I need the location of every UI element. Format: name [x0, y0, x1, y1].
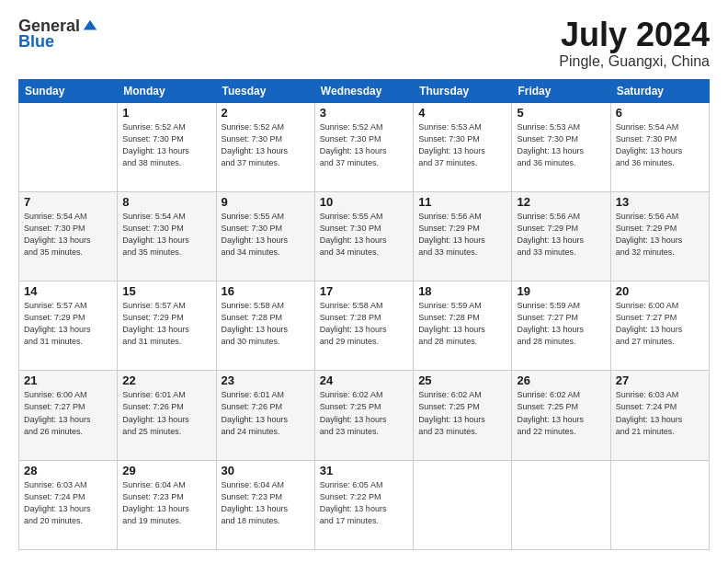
day-number: 3 — [320, 106, 408, 120]
day-info: Sunrise: 6:01 AM Sunset: 7:26 PM Dayligh… — [122, 389, 210, 437]
table-row: 12Sunrise: 5:56 AM Sunset: 7:29 PM Dayli… — [512, 191, 610, 281]
day-number: 11 — [418, 195, 506, 209]
day-info: Sunrise: 5:56 AM Sunset: 7:29 PM Dayligh… — [616, 211, 704, 259]
day-number: 12 — [517, 195, 605, 209]
day-info: Sunrise: 5:52 AM Sunset: 7:30 PM Dayligh… — [122, 121, 210, 169]
day-info: Sunrise: 6:04 AM Sunset: 7:23 PM Dayligh… — [222, 479, 310, 527]
day-number: 14 — [24, 284, 112, 298]
table-row: 30Sunrise: 6:04 AM Sunset: 7:23 PM Dayli… — [216, 460, 314, 549]
table-row: 4Sunrise: 5:53 AM Sunset: 7:30 PM Daylig… — [414, 102, 512, 191]
table-row: 19Sunrise: 5:59 AM Sunset: 7:27 PM Dayli… — [512, 282, 610, 371]
calendar-week-row: 7Sunrise: 5:54 AM Sunset: 7:30 PM Daylig… — [19, 191, 710, 281]
table-row: 7Sunrise: 5:54 AM Sunset: 7:30 PM Daylig… — [19, 191, 118, 281]
day-number: 9 — [222, 195, 310, 209]
header-sunday: Sunday — [19, 79, 118, 102]
day-number: 2 — [222, 106, 310, 120]
table-row: 15Sunrise: 5:57 AM Sunset: 7:29 PM Dayli… — [118, 282, 216, 371]
table-row: 1Sunrise: 5:52 AM Sunset: 7:30 PM Daylig… — [118, 102, 216, 191]
day-info: Sunrise: 6:01 AM Sunset: 7:26 PM Dayligh… — [222, 389, 310, 437]
table-row: 6Sunrise: 5:54 AM Sunset: 7:30 PM Daylig… — [610, 102, 709, 191]
day-info: Sunrise: 6:04 AM Sunset: 7:23 PM Dayligh… — [122, 479, 210, 527]
day-info: Sunrise: 5:55 AM Sunset: 7:30 PM Dayligh… — [222, 211, 310, 259]
table-row — [610, 460, 709, 549]
day-number: 13 — [616, 195, 704, 209]
logo-icon — [82, 18, 98, 35]
day-number: 30 — [222, 464, 310, 477]
header-wednesday: Wednesday — [314, 79, 413, 102]
weekday-header-row: Sunday Monday Tuesday Wednesday Thursday… — [19, 79, 710, 102]
header-thursday: Thursday — [414, 79, 512, 102]
header-monday: Monday — [118, 79, 216, 102]
day-info: Sunrise: 6:03 AM Sunset: 7:24 PM Dayligh… — [616, 389, 704, 437]
day-number: 26 — [517, 373, 605, 387]
day-info: Sunrise: 6:02 AM Sunset: 7:25 PM Dayligh… — [418, 389, 506, 437]
day-number: 6 — [616, 106, 704, 120]
subtitle: Pingle, Guangxi, China — [559, 53, 710, 70]
day-number: 20 — [616, 284, 704, 298]
day-number: 7 — [24, 195, 112, 209]
day-info: Sunrise: 5:56 AM Sunset: 7:29 PM Dayligh… — [418, 211, 506, 259]
table-row — [512, 460, 610, 549]
day-info: Sunrise: 5:54 AM Sunset: 7:30 PM Dayligh… — [616, 121, 704, 169]
table-row: 18Sunrise: 5:59 AM Sunset: 7:28 PM Dayli… — [414, 282, 512, 371]
header-friday: Friday — [512, 79, 610, 102]
day-info: Sunrise: 5:54 AM Sunset: 7:30 PM Dayligh… — [122, 211, 210, 259]
day-info: Sunrise: 5:53 AM Sunset: 7:30 PM Dayligh… — [517, 121, 605, 169]
day-number: 22 — [122, 373, 210, 387]
day-info: Sunrise: 6:03 AM Sunset: 7:24 PM Dayligh… — [24, 479, 112, 527]
main-title: July 2024 — [559, 17, 710, 53]
table-row: 17Sunrise: 5:58 AM Sunset: 7:28 PM Dayli… — [314, 282, 413, 371]
day-info: Sunrise: 5:55 AM Sunset: 7:30 PM Dayligh… — [320, 211, 408, 259]
table-row: 3Sunrise: 5:52 AM Sunset: 7:30 PM Daylig… — [314, 102, 413, 191]
day-info: Sunrise: 5:52 AM Sunset: 7:30 PM Dayligh… — [222, 121, 310, 169]
day-info: Sunrise: 5:53 AM Sunset: 7:30 PM Dayligh… — [418, 121, 506, 169]
day-number: 1 — [122, 106, 210, 120]
table-row: 5Sunrise: 5:53 AM Sunset: 7:30 PM Daylig… — [512, 102, 610, 191]
calendar-week-row: 28Sunrise: 6:03 AM Sunset: 7:24 PM Dayli… — [19, 460, 710, 549]
day-info: Sunrise: 5:56 AM Sunset: 7:29 PM Dayligh… — [517, 211, 605, 259]
day-number: 17 — [320, 284, 408, 298]
calendar-table: Sunday Monday Tuesday Wednesday Thursday… — [18, 79, 710, 550]
table-row: 25Sunrise: 6:02 AM Sunset: 7:25 PM Dayli… — [414, 371, 512, 460]
table-row: 28Sunrise: 6:03 AM Sunset: 7:24 PM Dayli… — [19, 460, 118, 549]
day-number: 21 — [24, 373, 112, 387]
table-row: 2Sunrise: 5:52 AM Sunset: 7:30 PM Daylig… — [216, 102, 314, 191]
day-info: Sunrise: 6:00 AM Sunset: 7:27 PM Dayligh… — [24, 389, 112, 437]
title-block: July 2024 Pingle, Guangxi, China — [559, 17, 710, 70]
day-info: Sunrise: 6:05 AM Sunset: 7:22 PM Dayligh… — [320, 479, 408, 527]
day-number: 25 — [418, 373, 506, 387]
day-info: Sunrise: 6:02 AM Sunset: 7:25 PM Dayligh… — [320, 389, 408, 437]
day-number: 8 — [122, 195, 210, 209]
day-number: 28 — [24, 464, 112, 477]
table-row — [19, 102, 118, 191]
svg-marker-0 — [84, 19, 97, 29]
table-row: 23Sunrise: 6:01 AM Sunset: 7:26 PM Dayli… — [216, 371, 314, 460]
table-row: 21Sunrise: 6:00 AM Sunset: 7:27 PM Dayli… — [19, 371, 118, 460]
table-row: 31Sunrise: 6:05 AM Sunset: 7:22 PM Dayli… — [314, 460, 413, 549]
day-info: Sunrise: 5:57 AM Sunset: 7:29 PM Dayligh… — [122, 300, 210, 348]
table-row: 20Sunrise: 6:00 AM Sunset: 7:27 PM Dayli… — [610, 282, 709, 371]
day-info: Sunrise: 5:59 AM Sunset: 7:27 PM Dayligh… — [517, 300, 605, 348]
day-info: Sunrise: 5:52 AM Sunset: 7:30 PM Dayligh… — [320, 121, 408, 169]
day-number: 27 — [616, 373, 704, 387]
day-number: 29 — [122, 464, 210, 477]
day-number: 18 — [418, 284, 506, 298]
day-number: 31 — [320, 464, 408, 477]
day-number: 10 — [320, 195, 408, 209]
day-info: Sunrise: 5:58 AM Sunset: 7:28 PM Dayligh… — [222, 300, 310, 348]
day-number: 5 — [517, 106, 605, 120]
page: General Blue July 2024 Pingle, Guangxi, … — [0, 0, 728, 563]
logo-blue: Blue — [18, 32, 54, 52]
header: General Blue July 2024 Pingle, Guangxi, … — [18, 17, 710, 70]
table-row: 10Sunrise: 5:55 AM Sunset: 7:30 PM Dayli… — [314, 191, 413, 281]
logo: General Blue — [18, 17, 98, 52]
day-number: 15 — [122, 284, 210, 298]
calendar-week-row: 14Sunrise: 5:57 AM Sunset: 7:29 PM Dayli… — [19, 282, 710, 371]
table-row: 14Sunrise: 5:57 AM Sunset: 7:29 PM Dayli… — [19, 282, 118, 371]
table-row: 11Sunrise: 5:56 AM Sunset: 7:29 PM Dayli… — [414, 191, 512, 281]
calendar-week-row: 1Sunrise: 5:52 AM Sunset: 7:30 PM Daylig… — [19, 102, 710, 191]
table-row: 13Sunrise: 5:56 AM Sunset: 7:29 PM Dayli… — [610, 191, 709, 281]
table-row: 22Sunrise: 6:01 AM Sunset: 7:26 PM Dayli… — [118, 371, 216, 460]
day-info: Sunrise: 5:59 AM Sunset: 7:28 PM Dayligh… — [418, 300, 506, 348]
table-row: 26Sunrise: 6:02 AM Sunset: 7:25 PM Dayli… — [512, 371, 610, 460]
